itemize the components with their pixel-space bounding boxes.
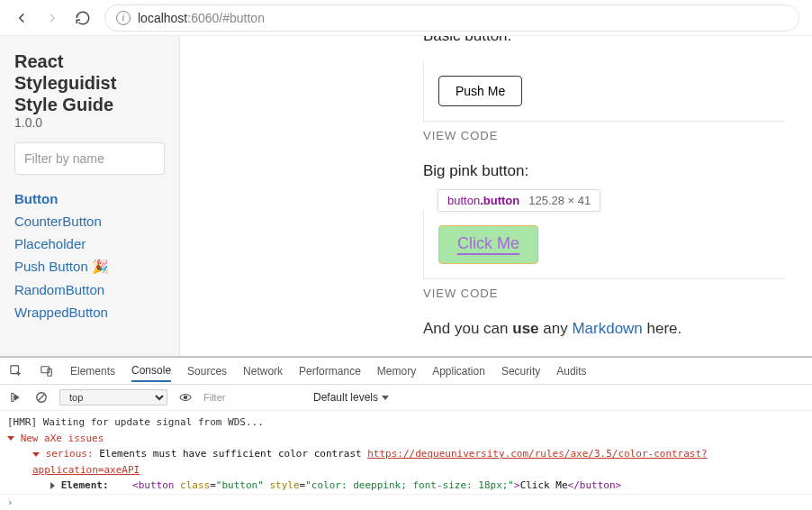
context-select[interactable]: top <box>59 389 167 405</box>
console-sidebar-icon[interactable] <box>9 390 23 405</box>
address-bar[interactable]: i localhost:6060/#button <box>104 5 799 32</box>
console-prompt[interactable]: › <box>0 494 812 510</box>
view-code-link-2[interactable]: VIEW CODE <box>423 287 785 300</box>
devtools-tabs: Elements Console Sources Network Perform… <box>0 358 812 385</box>
chevron-down-icon <box>382 396 389 400</box>
live-expression-icon[interactable] <box>178 390 193 405</box>
console-line-issue[interactable]: serious: Elements must have sufficient c… <box>7 446 805 478</box>
example-pink: Click Me <box>423 211 785 279</box>
log-levels-select[interactable]: Default levels <box>313 391 389 404</box>
sidebar-item-randombutton[interactable]: RandomButton <box>14 282 165 297</box>
tab-sources[interactable]: Sources <box>187 361 227 381</box>
app-title-line1: React Styleguidist <box>14 50 165 94</box>
big-pink-heading: Big pink button: <box>423 162 785 180</box>
app-title-line2: Style Guide <box>14 94 165 115</box>
sidebar-item-wrappedbutton[interactable]: WrappedButton <box>14 305 165 320</box>
back-button[interactable] <box>13 9 31 27</box>
console-line-hmr: [HMR] Waiting for update signal from WDS… <box>7 414 805 431</box>
console-filter-input[interactable] <box>203 392 302 404</box>
sidebar-item-counterbutton[interactable]: CounterButton <box>14 214 165 229</box>
tab-elements[interactable]: Elements <box>70 361 115 381</box>
tooltip-dimensions: 125.28 × 41 <box>528 194 591 207</box>
tab-security[interactable]: Security <box>501 361 540 381</box>
tab-console[interactable]: Console <box>131 360 171 382</box>
markdown-note: And you can use any Markdown here. <box>423 320 785 338</box>
basic-button-heading: Basic button: <box>423 36 785 45</box>
markdown-link[interactable]: Markdown <box>572 320 642 337</box>
devtools: Elements Console Sources Network Perform… <box>0 357 812 510</box>
clear-console-icon[interactable] <box>34 390 49 405</box>
view-code-link[interactable]: VIEW CODE <box>423 129 785 142</box>
tab-audits[interactable]: Audits <box>556 361 586 381</box>
app-title: React Styleguidist Style Guide 1.0.0 <box>14 50 165 130</box>
tooltip-selector: button.button <box>447 194 519 207</box>
filter-input[interactable] <box>14 142 165 175</box>
tab-performance[interactable]: Performance <box>299 361 361 381</box>
push-me-button[interactable]: Push Me <box>438 76 522 106</box>
reload-button[interactable] <box>74 9 92 27</box>
url-text: localhost:6060/#button <box>138 11 265 25</box>
forward-button[interactable] <box>43 9 61 27</box>
device-toggle-icon[interactable] <box>40 364 54 378</box>
caret-down-icon <box>32 452 40 457</box>
inspect-highlight: Click Me <box>438 225 538 264</box>
console-toolbar: top Default levels <box>0 385 812 411</box>
svg-point-5 <box>184 396 187 399</box>
click-me-button[interactable]: Click Me <box>457 234 519 255</box>
component-nav: Button CounterButton Placeholder Push Bu… <box>14 191 165 320</box>
console-line-element[interactable]: Element: <button class="button" style="c… <box>7 478 805 494</box>
sidebar: React Styleguidist Style Guide 1.0.0 But… <box>0 36 180 356</box>
svg-rect-3 <box>12 394 14 402</box>
tab-application[interactable]: Application <box>432 361 485 381</box>
console-output: [HMR] Waiting for update signal from WDS… <box>0 411 812 494</box>
example-basic: Push Me <box>423 61 785 122</box>
app-version: 1.0.0 <box>14 115 165 130</box>
tab-network[interactable]: Network <box>243 361 283 381</box>
site-info-icon[interactable]: i <box>116 11 131 25</box>
inspect-element-icon[interactable] <box>9 364 23 378</box>
caret-right-icon <box>50 482 55 489</box>
caret-down-icon <box>7 436 14 441</box>
party-popper-icon: 🎉 <box>92 259 109 274</box>
sidebar-item-pushbutton[interactable]: Push Button 🎉 <box>14 259 165 275</box>
sidebar-item-placeholder[interactable]: Placeholder <box>14 236 165 251</box>
content-pane: Basic button: Push Me VIEW CODE Big pink… <box>180 36 812 356</box>
browser-toolbar: i localhost:6060/#button <box>0 0 812 36</box>
console-line-axe-header[interactable]: New aXe issues <box>7 431 805 447</box>
inspect-tooltip: button.button 125.28 × 41 <box>438 189 600 212</box>
main-area: React Styleguidist Style Guide 1.0.0 But… <box>0 36 812 357</box>
tab-memory[interactable]: Memory <box>377 361 416 381</box>
sidebar-item-button[interactable]: Button <box>14 191 165 206</box>
